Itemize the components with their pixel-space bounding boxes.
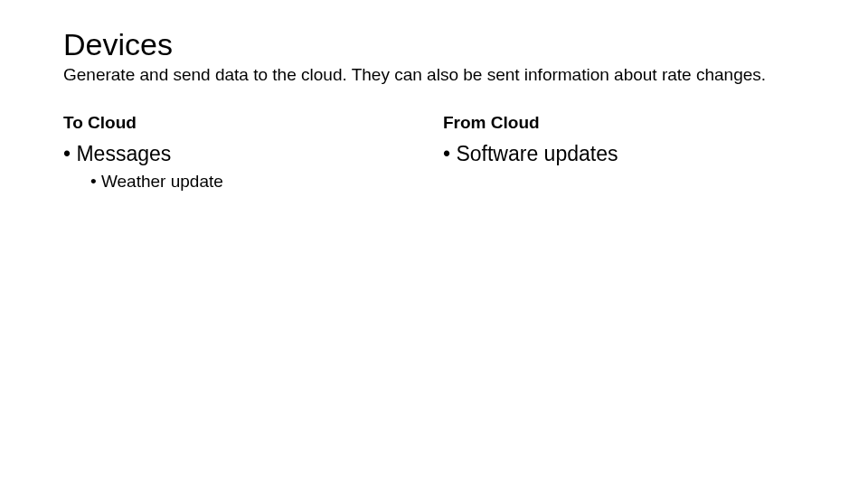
- from-cloud-column: From Cloud Software updates: [443, 113, 805, 197]
- list-item-label: Messages: [76, 142, 171, 165]
- from-cloud-heading: From Cloud: [443, 113, 805, 133]
- to-cloud-heading: To Cloud: [63, 113, 425, 133]
- to-cloud-column: To Cloud Messages Weather update: [63, 113, 425, 197]
- from-cloud-list: Software updates: [443, 142, 805, 166]
- list-item-label: Software updates: [456, 142, 618, 165]
- list-item-label: Weather update: [101, 172, 223, 191]
- to-cloud-list: Messages Weather update: [63, 142, 425, 192]
- columns-container: To Cloud Messages Weather update From Cl…: [63, 113, 805, 197]
- page-subtitle: Generate and send data to the cloud. The…: [63, 64, 805, 86]
- to-cloud-sublist: Weather update: [63, 172, 425, 192]
- list-item: Messages Weather update: [63, 142, 425, 192]
- list-item: Software updates: [443, 142, 805, 166]
- page-title: Devices: [63, 27, 805, 62]
- list-item: Weather update: [90, 172, 425, 192]
